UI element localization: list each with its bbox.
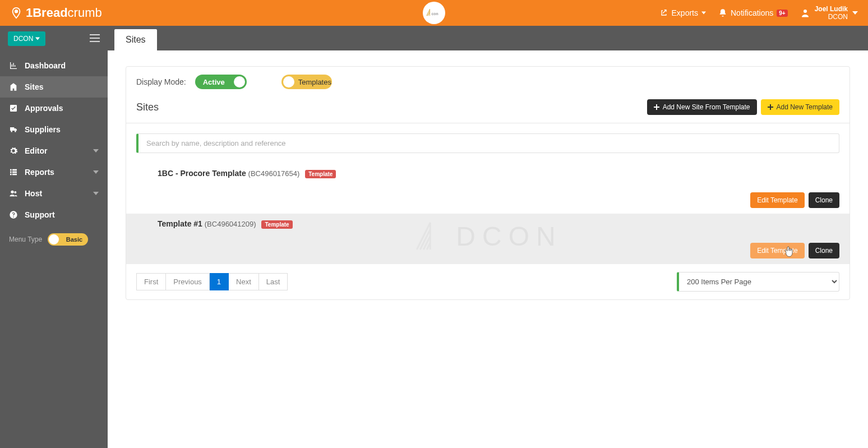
add-new-template-button[interactable]: Add New Template	[761, 99, 840, 115]
display-mode-row: Display Mode: Active Templates	[126, 67, 849, 96]
user-text: Joel Ludik DCON	[815, 5, 848, 21]
search-input[interactable]	[136, 133, 839, 153]
edit-template-button[interactable]: Edit Template	[750, 243, 805, 258]
templates-toggle-label: Templates	[298, 78, 331, 86]
export-icon	[659, 8, 668, 17]
clone-button[interactable]: Clone	[809, 243, 839, 258]
user-name: Joel Ludik	[815, 5, 848, 13]
svg-rect-3	[90, 34, 100, 35]
site-actions: Edit Template Clone	[158, 243, 839, 258]
page-next[interactable]: Next	[229, 273, 259, 290]
svg-rect-10	[12, 169, 17, 171]
pagination: First Previous 1 Next Last	[136, 273, 288, 290]
truck-icon	[9, 125, 18, 134]
svg-rect-11	[10, 172, 12, 173]
pagination-row: First Previous 1 Next Last 200 Items Per…	[126, 264, 849, 299]
nav-dashboard[interactable]: Dashboard	[0, 55, 108, 76]
pin-icon	[10, 6, 22, 20]
brand-logo[interactable]: 1Breadcrumb	[10, 6, 102, 20]
user-menu[interactable]: Joel Ludik DCON	[800, 5, 858, 21]
brand-text-thin: crumb	[68, 6, 102, 20]
active-toggle-label: Active	[203, 78, 225, 86]
clone-button[interactable]: Clone	[809, 192, 839, 208]
sites-card: Display Mode: Active Templates Sites	[126, 66, 850, 300]
btn-label: Add New Site From Template	[663, 103, 750, 111]
page-size-select[interactable]: 200 Items Per Page	[677, 272, 839, 292]
caret-down-icon	[35, 36, 40, 41]
brand-text-bold: 1Bread	[26, 6, 68, 20]
nav-reports[interactable]: Reports	[0, 161, 108, 183]
page-last[interactable]: Last	[259, 273, 288, 290]
btn-label: Clone	[815, 247, 833, 255]
center-org-logo: con	[423, 2, 445, 24]
page-prev[interactable]: Previous	[166, 273, 210, 290]
btn-label: Add New Template	[777, 103, 833, 111]
caret-down-icon	[701, 11, 706, 15]
active-toggle[interactable]: Active	[195, 75, 247, 89]
svg-point-7	[11, 131, 12, 132]
display-mode-label: Display Mode:	[136, 77, 186, 86]
edit-template-button[interactable]: Edit Template	[750, 192, 805, 208]
chevron-down-icon	[93, 148, 99, 154]
svg-point-15	[11, 191, 13, 193]
add-site-from-template-button[interactable]: Add New Site From Template	[647, 99, 757, 115]
toggle-knob	[283, 76, 294, 87]
topbar: 1Breadcrumb con Exports Notifications 9+…	[0, 0, 868, 26]
page-number[interactable]: 1	[210, 273, 229, 290]
nav-editor[interactable]: Editor	[0, 140, 108, 161]
toggle-knob	[234, 76, 245, 87]
bell-icon	[718, 8, 727, 17]
svg-rect-4	[90, 38, 100, 39]
templates-toggle[interactable]: Templates	[281, 75, 332, 89]
nav-support[interactable]: Support	[0, 204, 108, 225]
site-row[interactable]: DCON Template #1 (BC496041209) Template …	[126, 214, 849, 264]
page-tab-sites[interactable]: Sites	[114, 29, 157, 50]
nav-host[interactable]: Host	[0, 183, 108, 204]
svg-point-0	[15, 10, 18, 13]
check-icon	[9, 104, 18, 113]
nav-approvals[interactable]: Approvals	[0, 98, 108, 119]
site-name: 1BC - Procore Template	[158, 169, 246, 178]
sidebar-collapse-toggle[interactable]	[90, 34, 100, 44]
plus-icon	[768, 104, 773, 110]
page-first[interactable]: First	[136, 273, 166, 290]
exports-label: Exports	[672, 8, 698, 17]
svg-rect-12	[12, 172, 17, 173]
notifications-menu[interactable]: Notifications 9+	[718, 8, 788, 17]
svg-point-2	[804, 10, 807, 13]
site-name: Template #1	[158, 219, 202, 228]
org-selector[interactable]: DCON	[8, 31, 45, 46]
site-ref: (BC496041209)	[205, 220, 256, 228]
page-tabs: Sites	[108, 26, 868, 50]
nav-label: Editor	[25, 146, 47, 155]
menu-type-row: Menu Type Basic	[0, 225, 108, 253]
sidebar: DCON Dashboard Sites Approvals Su	[0, 26, 108, 448]
site-ref: (BC496017654)	[248, 169, 300, 178]
exports-menu[interactable]: Exports	[659, 8, 706, 17]
site-row[interactable]: 1BC - Procore Template (BC496017654) Tem…	[126, 163, 849, 214]
nav-label: Support	[25, 210, 55, 219]
svg-point-16	[14, 191, 16, 193]
org-logo-circle: con	[423, 2, 445, 24]
dcon-mini-icon: con	[426, 7, 442, 19]
nav-sites[interactable]: Sites	[0, 76, 108, 98]
users-icon	[9, 189, 18, 198]
svg-rect-9	[10, 169, 12, 171]
nav-label: Host	[25, 189, 42, 198]
tab-label: Sites	[126, 35, 146, 44]
template-tag: Template	[261, 220, 292, 229]
page-size: 200 Items Per Page	[677, 272, 839, 292]
chevron-down-icon	[93, 169, 99, 175]
menu-type-toggle[interactable]: Basic	[48, 233, 88, 246]
notifications-badge: 9+	[777, 10, 787, 17]
svg-rect-14	[12, 174, 17, 175]
plus-icon	[654, 104, 659, 110]
nav-label: Approvals	[25, 104, 63, 113]
search-wrap	[126, 123, 849, 163]
list-icon	[9, 168, 18, 177]
nav-label: Sites	[25, 82, 43, 91]
nav-suppliers[interactable]: Suppliers	[0, 119, 108, 140]
page-body: Display Mode: Active Templates Sites	[108, 50, 868, 316]
cursor-hand-icon	[784, 246, 794, 258]
menu-type-value: Basic	[66, 236, 82, 243]
